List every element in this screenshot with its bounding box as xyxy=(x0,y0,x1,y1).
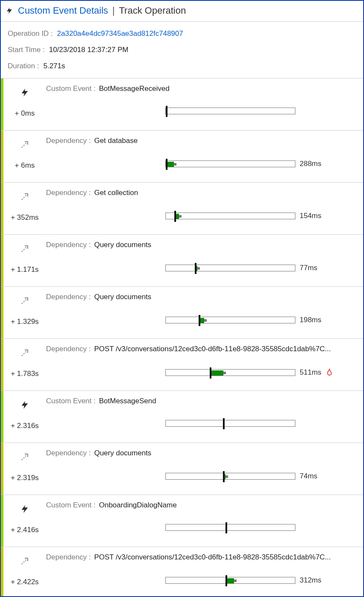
row-left: + 0ms xyxy=(3,79,46,130)
row-name: POST /v3/conversations/12ced3c0-d6fb-11e… xyxy=(94,345,331,353)
dependency-arrow-icon xyxy=(18,555,31,568)
row-type-label: Dependency : xyxy=(46,293,91,301)
row-name: Get collection xyxy=(94,189,138,197)
duration-value: 511ms xyxy=(300,368,321,377)
bolt-icon xyxy=(5,6,14,16)
start-marker xyxy=(166,159,168,170)
start-time-value: 10/23/2018 12:37:27 PM xyxy=(49,46,128,54)
page-subtitle: Track Operation xyxy=(119,5,186,16)
timeline-track xyxy=(165,265,295,271)
row-left: + 352ms xyxy=(3,183,46,234)
offset-label: + 2.319s xyxy=(11,474,39,482)
row-type-label: Dependency : xyxy=(46,137,91,145)
row-left: + 2.319s xyxy=(3,443,46,495)
dependency-arrow-icon xyxy=(18,347,31,359)
row-name: Query documents xyxy=(94,241,151,249)
timeline-bar: 511ms xyxy=(46,368,357,377)
timeline-track xyxy=(165,108,295,114)
timeline-bar xyxy=(46,420,357,427)
row-right: Custom Event :OnboardingDialogName xyxy=(46,495,363,547)
timeline-track xyxy=(165,577,295,584)
timeline-row[interactable]: + 1.783sDependency :POST /v3/conversatio… xyxy=(1,339,363,391)
operation-meta: Operation ID : 2a320a4e4dc97345ae3ad812f… xyxy=(1,22,363,79)
timeline-track xyxy=(165,317,295,323)
row-name: BotMessageSend xyxy=(99,397,156,405)
timeline-row[interactable]: + 2.319sDependency :Query documents74ms xyxy=(1,443,363,495)
offset-label: + 2.316s xyxy=(11,422,39,430)
flame-icon xyxy=(326,368,333,377)
row-left: + 1.329s xyxy=(3,287,46,338)
row-type-label: Dependency : xyxy=(46,241,91,249)
duration-value: 77ms xyxy=(300,264,318,272)
title-separator: | xyxy=(113,5,115,16)
timeline-row[interactable]: + 0msCustom Event :BotMessageReceived xyxy=(1,79,363,131)
row-type-label: Dependency : xyxy=(46,189,91,197)
timeline-row[interactable]: + 352msDependency :Get collection154ms xyxy=(1,183,363,235)
row-left: + 1.783s xyxy=(3,339,46,390)
timeline-bar xyxy=(46,108,357,114)
row-right: Dependency :Get database288ms xyxy=(46,131,363,182)
timeline-row[interactable]: + 2.416sCustom Event :OnboardingDialogNa… xyxy=(1,495,363,547)
operation-id-label: Operation ID : xyxy=(8,29,53,38)
dependency-arrow-icon xyxy=(18,242,31,255)
start-time-label: Start Time : xyxy=(8,46,45,54)
timeline-row[interactable]: + 1.171sDependency :Query documents77ms xyxy=(1,235,363,287)
offset-label: + 6ms xyxy=(15,161,35,170)
scroll-viewport[interactable]: Custom Event Details | Track Operation O… xyxy=(1,1,363,596)
row-type-label: Custom Event : xyxy=(46,501,95,510)
operation-id-link[interactable]: 2a320a4e4dc97345ae3ad812fc748907 xyxy=(57,29,183,38)
timeline-bar: 77ms xyxy=(46,264,357,272)
offset-label: + 1.171s xyxy=(11,265,39,274)
offset-label: + 2.422s xyxy=(11,578,39,586)
timeline-row[interactable]: + 2.316sCustom Event :BotMessageSend xyxy=(1,391,363,443)
dependency-arrow-icon xyxy=(18,294,31,307)
timeline-row[interactable]: + 6msDependency :Get database288ms xyxy=(1,131,363,183)
start-marker xyxy=(223,471,225,482)
row-right: Dependency :Get collection154ms xyxy=(46,183,363,234)
offset-label: + 0ms xyxy=(15,109,35,118)
start-marker xyxy=(166,106,168,117)
duration-value: 198ms xyxy=(300,316,321,324)
timeline-bar: 74ms xyxy=(46,472,357,481)
row-right: Dependency :POST /v3/conversations/12ced… xyxy=(46,339,363,390)
duration-fill xyxy=(226,578,234,583)
timeline-row[interactable]: + 1.329sDependency :Query documents198ms xyxy=(1,287,363,339)
bolt-icon xyxy=(18,399,31,411)
duration-value: 288ms xyxy=(300,160,321,168)
bolt-icon xyxy=(18,503,31,515)
timeline-track xyxy=(165,369,295,376)
timeline-track xyxy=(165,420,295,427)
duration-value: 5.271s xyxy=(43,62,65,70)
row-name: Query documents xyxy=(94,449,151,457)
timeline-bar xyxy=(46,524,357,531)
page-title[interactable]: Custom Event Details xyxy=(18,5,108,16)
row-right: Custom Event :BotMessageSend xyxy=(46,391,363,443)
start-marker xyxy=(195,263,196,274)
timeline-bar: 154ms xyxy=(46,212,357,220)
timeline-row[interactable]: + 2.422sDependency :POST /v3/conversatio… xyxy=(1,547,363,596)
bolt-icon xyxy=(18,86,31,99)
page-header: Custom Event Details | Track Operation xyxy=(1,1,363,22)
timeline-track xyxy=(165,213,295,219)
timeline-track xyxy=(165,473,295,480)
duration-value: 74ms xyxy=(300,472,318,481)
row-right: Dependency :Query documents198ms xyxy=(46,287,363,338)
timeline-track xyxy=(165,524,295,531)
row-left: + 1.171s xyxy=(3,235,46,286)
row-left: + 2.316s xyxy=(3,391,46,443)
timeline-rows: + 0msCustom Event :BotMessageReceived+ 6… xyxy=(1,79,363,596)
row-type-label: Custom Event : xyxy=(46,84,95,93)
row-right: Dependency :Query documents74ms xyxy=(46,443,363,495)
row-type-label: Custom Event : xyxy=(46,397,95,405)
row-name: Get database xyxy=(94,137,138,145)
offset-label: + 352ms xyxy=(11,213,39,222)
start-marker xyxy=(210,367,211,379)
row-left: + 2.422s xyxy=(3,547,46,596)
offset-label: + 1.329s xyxy=(11,317,39,326)
dependency-arrow-icon xyxy=(18,138,31,151)
start-marker xyxy=(174,211,176,222)
row-left: + 6ms xyxy=(3,131,46,182)
start-marker xyxy=(225,522,227,533)
offset-label: + 2.416s xyxy=(11,526,39,534)
timeline-bar: 312ms xyxy=(46,576,357,585)
